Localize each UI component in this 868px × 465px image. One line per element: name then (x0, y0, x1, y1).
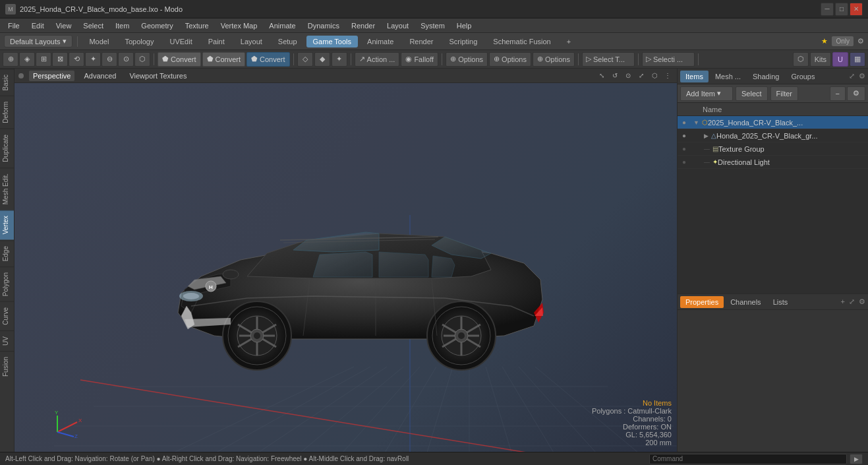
sidebar-item-basic[interactable]: Basic (0, 69, 14, 96)
sidebar-item-vertex[interactable]: Vertex (0, 210, 14, 239)
panel-gear-icon[interactable]: ⚙ (859, 72, 865, 80)
items-minus-button[interactable]: − (830, 86, 846, 101)
toolbar-icon-4[interactable]: ⊠ (52, 52, 68, 67)
item-expand-2[interactable]: ▶ (704, 133, 709, 139)
tab-layout[interactable]: Layout (234, 36, 269, 47)
props-tab-properties[interactable]: Properties (680, 296, 724, 308)
toolbar-icon-5[interactable]: ⟲ (69, 52, 84, 67)
sidebar-item-edge[interactable]: Edge (0, 240, 14, 266)
viewport-tab-textures[interactable]: Viewport Textures (125, 71, 190, 81)
item-expand-4[interactable]: — (704, 159, 710, 166)
viewport-tab-perspective[interactable]: Perspective (29, 71, 74, 81)
menu-texture[interactable]: Texture (180, 20, 214, 31)
menu-layout[interactable]: Layout (382, 20, 414, 31)
tab-add[interactable]: + (560, 36, 577, 47)
toolbar-icon-9[interactable]: ⬡ (134, 52, 150, 67)
toolbar-icon-2[interactable]: ◈ (19, 52, 35, 67)
toolbar-icon-10[interactable]: ◇ (297, 52, 313, 67)
toolbar-icon-6[interactable]: ✦ (85, 52, 101, 67)
run-command-button[interactable]: ▶ (850, 454, 863, 464)
toolbar-icon-11[interactable]: ◆ (314, 52, 330, 67)
viewport-icon-expand[interactable]: ⬡ (649, 71, 660, 81)
panel-expand-icon[interactable]: ⤢ (849, 72, 855, 80)
menu-dynamics[interactable]: Dynamics (303, 20, 345, 31)
toolbar-icon-8[interactable]: ⊙ (118, 52, 134, 67)
sidebar-item-curve[interactable]: Curve (0, 301, 14, 330)
filter-button[interactable]: Filter (770, 86, 798, 101)
panel-tab-mesh[interactable]: Mesh ... (710, 71, 746, 82)
menu-system[interactable]: System (415, 20, 450, 31)
props-gear-icon[interactable]: ⚙ (859, 297, 865, 306)
item-row-3[interactable]: ● — ▤ Texture Group (678, 142, 868, 156)
add-item-button[interactable]: Add Item ▾ (680, 86, 733, 101)
viewport-icon-arrows[interactable]: ⤡ (596, 71, 607, 81)
toolbar-icon-3[interactable]: ⊞ (36, 52, 51, 67)
convert-button-1[interactable]: ⬟ Convert (158, 52, 201, 67)
item-row-4[interactable]: ● — ✦ Directional Light (678, 156, 868, 169)
menu-file[interactable]: File (3, 20, 25, 31)
tab-model[interactable]: Model (82, 36, 115, 47)
close-button[interactable]: ✕ (850, 3, 863, 16)
kits-icon[interactable]: ⬡ (793, 52, 809, 67)
tab-topology[interactable]: Topology (118, 36, 160, 47)
layout-preset-dropdown[interactable]: Default Layouts ▾ (4, 35, 72, 47)
menu-geometry[interactable]: Geometry (136, 20, 178, 31)
panel-tab-shading[interactable]: Shading (747, 71, 784, 82)
toolbar-icon-12[interactable]: ✦ (332, 52, 347, 67)
sidebar-item-uv[interactable]: UV (0, 330, 14, 351)
props-tab-channels[interactable]: Channels (725, 296, 766, 308)
tab-animate[interactable]: Animate (361, 36, 400, 47)
props-add-icon[interactable]: + (841, 297, 845, 306)
viewport-icon-fullscreen[interactable]: ⤢ (636, 71, 647, 81)
menu-help[interactable]: Help (451, 20, 477, 31)
item-row-2[interactable]: ● ▶ △ Honda_2025_CR-V_Black_gr... (678, 129, 868, 142)
toolbar-icon-7[interactable]: ⊖ (101, 52, 117, 67)
menu-animate[interactable]: Animate (264, 20, 301, 31)
options-button-1[interactable]: ⊕ Options (446, 52, 488, 67)
convert-button-3[interactable]: ⬟ Convert (246, 52, 290, 67)
items-settings-button[interactable]: ⚙ (847, 86, 865, 101)
item-eye-1[interactable]: ● (679, 116, 689, 129)
menu-item[interactable]: Item (110, 20, 134, 31)
toolbar-icon-1[interactable]: ⊕ (3, 52, 18, 67)
minimize-button[interactable]: ─ (821, 3, 834, 16)
item-eye-4[interactable]: ● (679, 156, 689, 169)
tab-paint[interactable]: Paint (202, 36, 231, 47)
item-row-1[interactable]: ● ▼ ⬡ 2025_Honda_CR-V_Black_... (678, 116, 868, 129)
falloff-button[interactable]: ◉ Falloff (401, 52, 438, 67)
menu-view[interactable]: View (51, 20, 77, 31)
menu-select[interactable]: Select (78, 20, 109, 31)
panel-tab-groups[interactable]: Groups (786, 71, 820, 82)
props-expand-icon[interactable]: ⤢ (849, 297, 855, 306)
settings-gear-icon[interactable]: ⚙ (857, 37, 864, 46)
select-t-dropdown[interactable]: ▷ Select T... (582, 52, 635, 67)
tab-uvedit[interactable]: UVEdit (163, 36, 198, 47)
sidebar-item-fusion[interactable]: Fusion (0, 351, 14, 382)
kits-button[interactable]: Kits (810, 52, 831, 67)
item-eye-2[interactable]: ● (679, 129, 689, 142)
ue-grid-icon[interactable]: ▦ (850, 52, 865, 67)
tab-scripting[interactable]: Scripting (443, 36, 484, 47)
maximize-button[interactable]: □ (835, 3, 848, 16)
tab-setup[interactable]: Setup (272, 36, 304, 47)
options-button-3[interactable]: ⊕ Options (533, 52, 575, 67)
selecti-dropdown[interactable]: ▷ Selecti ... (642, 52, 695, 67)
item-expand-1[interactable]: ▼ (693, 119, 699, 126)
menu-edit[interactable]: Edit (26, 20, 49, 31)
viewport-tab-advanced[interactable]: Advanced (80, 71, 120, 81)
command-input[interactable] (649, 454, 847, 464)
unreal-icon[interactable]: U (832, 52, 848, 67)
tab-game-tools[interactable]: Game Tools (306, 36, 359, 47)
props-tab-lists[interactable]: Lists (768, 296, 794, 308)
car-viewport-area[interactable]: H No Items Polygons : Catmull-Clark Chan… (14, 83, 677, 452)
item-expand-3[interactable]: — (704, 146, 710, 152)
sidebar-item-mesh-edit[interactable]: Mesh Edit. (0, 168, 14, 210)
viewport-icon-rotate[interactable]: ↺ (610, 71, 620, 81)
convert-button-2[interactable]: ⬟ Convert (202, 52, 246, 67)
panel-tab-items[interactable]: Items (680, 71, 709, 82)
select-button[interactable]: Select (736, 86, 768, 101)
sidebar-item-polygon[interactable]: Polygon (0, 266, 14, 301)
tab-schematic[interactable]: Schematic Fusion (486, 36, 557, 47)
viewport-icon-camera[interactable]: ⊙ (623, 71, 633, 81)
menu-vertex-map[interactable]: Vertex Map (216, 20, 263, 31)
